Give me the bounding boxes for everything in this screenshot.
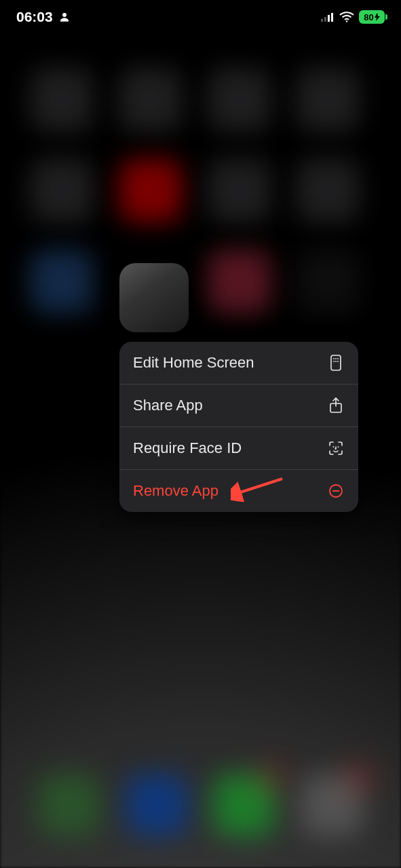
remove-circle-icon: [327, 482, 345, 500]
blurred-app-icon: [30, 159, 94, 222]
home-screen-icons-blurred: [0, 68, 401, 313]
svg-point-15: [338, 446, 339, 448]
face-id-icon: [327, 439, 345, 457]
blurred-app-icon: [296, 159, 360, 222]
notification-badge: [263, 770, 280, 786]
menu-item-label: Remove App: [133, 482, 218, 500]
battery-pct: 80: [364, 12, 373, 22]
svg-point-7: [333, 358, 335, 359]
svg-rect-2: [324, 17, 326, 22]
blurred-app-icon: [296, 68, 360, 132]
blurred-app-icon: [208, 250, 271, 313]
blurred-app-icon: [208, 68, 271, 132]
menu-item-remove-app[interactable]: Remove App: [119, 470, 358, 512]
status-bar-left: 06:03: [16, 9, 71, 25]
app-context-menu: Edit Home Screen Share App Require Face …: [119, 342, 358, 512]
svg-point-0: [62, 13, 66, 17]
dock-app-icon[interactable]: [213, 774, 275, 836]
blurred-app-icon: [208, 159, 271, 222]
dock-app-icon[interactable]: [126, 774, 188, 836]
menu-item-label: Edit Home Screen: [133, 354, 254, 372]
menu-item-require-face-id[interactable]: Require Face ID: [119, 427, 358, 470]
share-icon: [327, 397, 345, 414]
svg-rect-1: [321, 19, 323, 22]
blurred-app-icon: [30, 68, 94, 132]
blurred-app-icon: [30, 250, 94, 313]
dock-app-icon[interactable]: [301, 774, 363, 836]
status-time: 06:03: [16, 9, 53, 25]
svg-rect-3: [328, 15, 330, 22]
phone-grid-icon: [327, 354, 345, 372]
dock: [14, 761, 387, 849]
svg-rect-4: [331, 13, 333, 22]
blurred-app-icon: [119, 68, 183, 132]
status-bar: 06:03 80: [0, 0, 401, 34]
menu-item-label: Require Face ID: [133, 439, 242, 457]
svg-point-10: [333, 361, 335, 362]
dock-app-icon[interactable]: [38, 774, 100, 836]
status-bar-right: 80: [321, 10, 385, 24]
notification-badge: [351, 770, 367, 786]
menu-item-label: Share App: [133, 397, 203, 414]
svg-point-5: [346, 20, 347, 22]
svg-point-11: [335, 361, 337, 362]
blurred-app-icon: [296, 250, 360, 313]
profile-icon: [58, 11, 71, 23]
svg-point-14: [333, 446, 335, 448]
blurred-app-icon: [119, 159, 183, 222]
menu-item-edit-home-screen[interactable]: Edit Home Screen: [119, 342, 358, 384]
svg-rect-6: [331, 355, 341, 370]
wifi-icon: [339, 12, 354, 22]
svg-point-9: [337, 358, 339, 359]
selected-app-icon[interactable]: [119, 263, 189, 332]
svg-point-12: [337, 361, 339, 362]
menu-item-share-app[interactable]: Share App: [119, 384, 358, 427]
svg-point-8: [335, 358, 337, 359]
battery-indicator: 80: [359, 10, 385, 24]
cellular-icon: [321, 12, 335, 22]
